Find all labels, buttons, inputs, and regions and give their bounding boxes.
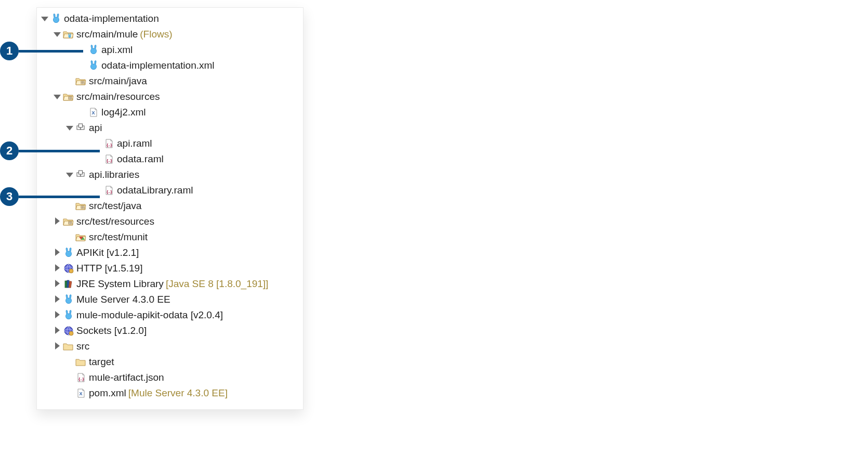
callout-line (19, 196, 100, 198)
chevron-right-icon[interactable] (54, 217, 62, 226)
callout-badge: 3 (0, 187, 19, 206)
xml-file-icon (88, 107, 99, 118)
tree-label: target (89, 357, 114, 367)
tree-label: src/main/mule (76, 29, 138, 40)
folder-flows[interactable]: src/main/mule (Flows) (37, 27, 303, 42)
package-folder-icon (63, 92, 74, 102)
tree-label: APIKit [v1.2.1] (76, 248, 139, 258)
callout-badge: 1 (0, 42, 19, 60)
chevron-right-icon[interactable] (54, 327, 62, 335)
tree-label: JRE System Library (76, 279, 164, 289)
folder-src-main-resources[interactable]: src/main/resources (37, 89, 303, 105)
folder-src-main-java[interactable]: src/main/java (37, 73, 303, 89)
chevron-down-icon[interactable] (66, 171, 74, 179)
tree-suffix: [Java SE 8 [1.8.0_191]] (166, 278, 269, 290)
lib-jre[interactable]: JRE System Library [Java SE 8 [1.8.0_191… (37, 276, 303, 292)
tree-label: mule-artifact.json (89, 372, 164, 383)
globe-icon (63, 326, 74, 336)
tree-label: HTTP [v1.5.19] (76, 263, 142, 274)
chevron-right-icon[interactable] (54, 249, 62, 257)
folder-icon (63, 341, 74, 352)
callout-2: 2 (0, 141, 100, 160)
mule-module-icon (63, 310, 74, 320)
folder-icon (75, 357, 87, 367)
mule-config-icon (88, 45, 99, 55)
package-icon (75, 123, 87, 133)
folder-src[interactable]: src (37, 339, 303, 354)
tree-label: api.xml (101, 45, 133, 55)
tree-label: api (89, 123, 102, 133)
callout-line (19, 150, 100, 152)
chevron-right-icon[interactable] (54, 311, 62, 319)
spacer (78, 108, 87, 116)
tree-label: odataLibrary.raml (117, 185, 193, 196)
tree-label: odata.raml (117, 154, 164, 164)
lib-mule-server[interactable]: Mule Server 4.3.0 EE (37, 292, 303, 307)
lib-http[interactable]: HTTP [v1.5.19] (37, 261, 303, 276)
project-root[interactable]: odata-implementation (37, 11, 303, 27)
mule-project-icon (50, 14, 62, 24)
spacer (66, 358, 74, 366)
callout-badge: 2 (0, 141, 19, 160)
xml-file-icon (75, 388, 87, 398)
folder-src-test-resources[interactable]: src/test/resources (37, 214, 303, 229)
file-pom[interactable]: pom.xml [Mule Server 4.3.0 EE] (37, 385, 303, 401)
spacer (66, 77, 74, 85)
raml-file-icon (103, 185, 115, 196)
callout-3: 3 (0, 187, 100, 206)
file-mule-artifact[interactable]: mule-artifact.json (37, 370, 303, 385)
spacer (66, 373, 74, 382)
package-folder-icon (63, 216, 74, 227)
tree-label: src/test/resources (76, 216, 154, 227)
tree-label: mule-module-apikit-odata [v2.0.4] (76, 310, 223, 320)
raml-file-icon (103, 138, 115, 149)
chevron-right-icon[interactable] (54, 280, 62, 288)
folder-target[interactable]: target (37, 354, 303, 370)
json-file-icon (75, 372, 87, 383)
chevron-down-icon[interactable] (54, 93, 62, 101)
package-icon (75, 170, 87, 180)
mule-config-icon (88, 60, 99, 71)
callout-1: 1 (0, 42, 83, 60)
spacer (78, 61, 87, 70)
lib-sockets[interactable]: Sockets [v1.2.0] (37, 323, 303, 339)
tree-label: src/test/munit (89, 232, 148, 242)
file-log4j2[interactable]: log4j2.xml (37, 105, 303, 120)
chevron-down-icon[interactable] (54, 30, 62, 38)
tree-label: log4j2.xml (101, 107, 146, 118)
spacer (66, 233, 74, 241)
project-explorer[interactable]: odata-implementation src/main/mule (Flow… (36, 7, 304, 410)
munit-folder-icon (75, 232, 87, 242)
package-api-libraries[interactable]: api.libraries (37, 167, 303, 183)
package-api[interactable]: api (37, 120, 303, 136)
tree-suffix: (Flows) (140, 29, 172, 40)
tree-suffix: [Mule Server 4.3.0 EE] (128, 387, 228, 399)
globe-icon (63, 263, 74, 274)
spacer (66, 389, 74, 397)
tree-label: src/main/resources (76, 92, 160, 102)
tree-label: api.raml (117, 138, 152, 149)
callout-line (19, 50, 83, 53)
mule-server-icon (63, 294, 74, 305)
tree-label: pom.xml (89, 388, 126, 398)
tree-label: odata-implementation.xml (101, 60, 215, 71)
mule-folder-icon (63, 29, 74, 40)
chevron-right-icon[interactable] (54, 295, 62, 304)
library-icon (63, 279, 74, 289)
chevron-right-icon[interactable] (54, 264, 62, 273)
lib-mule-module-odata[interactable]: mule-module-apikit-odata [v2.0.4] (37, 307, 303, 323)
folder-src-test-munit[interactable]: src/test/munit (37, 229, 303, 245)
tree-label: api.libraries (89, 170, 139, 180)
chevron-down-icon[interactable] (41, 15, 49, 23)
chevron-down-icon[interactable] (66, 124, 74, 132)
tree-label: Mule Server 4.3.0 EE (76, 294, 170, 305)
tree-label: Sockets [v1.2.0] (76, 326, 147, 336)
lib-apikit[interactable]: APIKit [v1.2.1] (37, 245, 303, 261)
tree-label: odata-implementation (64, 14, 159, 24)
mule-module-icon (63, 248, 74, 258)
package-folder-icon (75, 76, 87, 86)
raml-file-icon (103, 154, 115, 164)
tree-label: src (76, 341, 89, 352)
tree-label: src/main/java (89, 76, 147, 86)
chevron-right-icon[interactable] (54, 342, 62, 351)
